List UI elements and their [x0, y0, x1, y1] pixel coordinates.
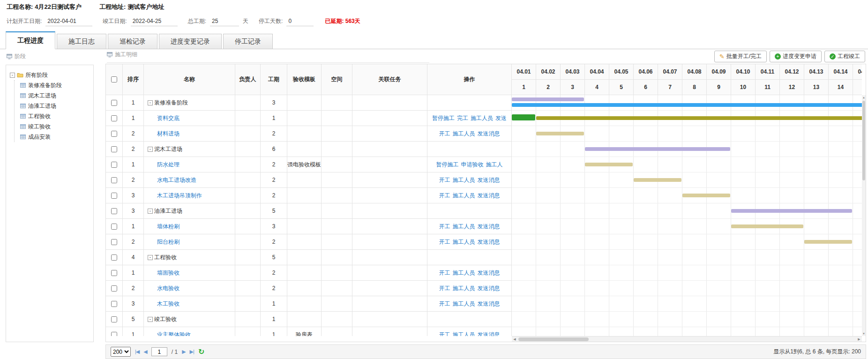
- action-link[interactable]: 施工人员: [453, 238, 475, 246]
- first-page-button[interactable]: |◀: [135, 349, 139, 355]
- action-link[interactable]: 施工人员: [453, 223, 475, 231]
- task-name-link[interactable]: 水电工进场改造: [157, 176, 196, 184]
- row-checkbox[interactable]: [111, 332, 117, 337]
- stage-item-2[interactable]: 油漆工进场: [20, 101, 90, 111]
- task-name-link[interactable]: 资料交底: [157, 114, 180, 122]
- action-link[interactable]: 发送消息: [478, 284, 500, 292]
- task-name-link[interactable]: 木工进场吊顶制作: [157, 192, 202, 200]
- prev-page-button[interactable]: ◀: [143, 349, 147, 355]
- action-link[interactable]: 发送消息: [478, 130, 500, 138]
- vertical-scrollbar-thumb[interactable]: [862, 101, 865, 180]
- horizontal-scrollbar[interactable]: ◀ ▶: [512, 336, 862, 342]
- action-link[interactable]: 暂停施工: [432, 114, 455, 122]
- horizontal-scrollbar-thumb[interactable]: [518, 337, 589, 341]
- action-link[interactable]: 施工人员: [453, 284, 475, 292]
- action-link[interactable]: 发送消息: [478, 238, 500, 246]
- task-name-link[interactable]: 阳台粉刷: [157, 238, 180, 246]
- row-checkbox[interactable]: [111, 146, 117, 152]
- collapse-icon[interactable]: -: [10, 73, 15, 78]
- row-checkbox[interactable]: [111, 254, 117, 261]
- action-link[interactable]: 施工人员: [453, 176, 475, 184]
- collapse-icon[interactable]: -: [148, 100, 153, 105]
- action-link[interactable]: 开工: [439, 176, 450, 184]
- collapse-icon[interactable]: -: [148, 209, 153, 214]
- action-link[interactable]: 施工人员: [453, 269, 475, 277]
- task-name-link[interactable]: 木工验收: [157, 300, 180, 308]
- action-link[interactable]: 发送消息: [478, 176, 500, 184]
- plan-start-input[interactable]: [45, 16, 92, 26]
- action-link[interactable]: 发送消息: [478, 331, 500, 337]
- row-checkbox[interactable]: [111, 100, 117, 106]
- row-checkbox[interactable]: [111, 115, 117, 121]
- project-completion-button[interactable]: ✓工程竣工: [824, 51, 865, 62]
- row-checkbox[interactable]: [111, 208, 117, 214]
- action-link[interactable]: 施工人员: [453, 300, 475, 308]
- task-name-link[interactable]: 墙面验收: [157, 269, 180, 277]
- scroll-down-icon[interactable]: ▼: [862, 331, 866, 336]
- vertical-scrollbar[interactable]: ▲ ▼: [862, 95, 866, 336]
- action-link[interactable]: 开工: [439, 130, 450, 138]
- tab-2[interactable]: 巡检记录: [108, 34, 157, 49]
- row-checkbox[interactable]: [111, 270, 117, 276]
- action-link[interactable]: 施工人: [486, 161, 503, 169]
- task-name-link[interactable]: 业主整体验收: [157, 331, 191, 337]
- stage-item-4[interactable]: 竣工验收: [20, 121, 90, 132]
- action-link[interactable]: 申请验收: [461, 161, 484, 169]
- stage-item-0[interactable]: 装修准备阶段: [20, 80, 90, 90]
- task-name-link[interactable]: 水电验收: [157, 284, 180, 292]
- task-name-link[interactable]: 墙体粉刷: [157, 223, 180, 231]
- scroll-right-icon[interactable]: ▶: [856, 337, 862, 342]
- row-checkbox[interactable]: [111, 224, 117, 230]
- scroll-up-icon[interactable]: ▲: [862, 95, 866, 100]
- scroll-left-icon[interactable]: ◀: [512, 337, 517, 342]
- select-all-checkbox[interactable]: [111, 76, 117, 82]
- tab-0[interactable]: 工程进度: [6, 31, 55, 49]
- tab-1[interactable]: 施工日志: [57, 34, 106, 49]
- action-link[interactable]: 发送消息: [478, 300, 500, 308]
- row-checkbox[interactable]: [111, 162, 117, 168]
- page-size-select[interactable]: 200: [111, 347, 131, 357]
- stage-item-5[interactable]: 成品安装: [20, 132, 90, 142]
- action-link[interactable]: 开工: [439, 192, 450, 200]
- row-checkbox[interactable]: [111, 239, 117, 245]
- action-link[interactable]: 开工: [439, 300, 450, 308]
- action-link[interactable]: 完工: [457, 114, 468, 122]
- stage-tree-root[interactable]: - 所有阶段: [10, 70, 90, 80]
- action-link[interactable]: 开工: [439, 238, 450, 246]
- action-link[interactable]: 开工: [439, 223, 450, 231]
- collapse-icon[interactable]: -: [148, 255, 153, 260]
- action-link[interactable]: 施工人员: [471, 114, 493, 122]
- finish-date-input[interactable]: [131, 16, 178, 26]
- row-checkbox[interactable]: [111, 177, 117, 183]
- action-link[interactable]: 施工人员: [453, 130, 475, 138]
- action-link[interactable]: 发送消息: [478, 192, 500, 200]
- action-link[interactable]: 施工人员: [453, 331, 475, 337]
- stage-item-3[interactable]: 工程验收: [20, 111, 90, 121]
- row-checkbox[interactable]: [111, 285, 117, 292]
- stage-item-1[interactable]: 泥木工进场: [20, 90, 90, 101]
- stop-days-input[interactable]: [286, 16, 314, 26]
- task-name-link[interactable]: 防水处理: [157, 161, 180, 169]
- next-page-button[interactable]: ▶: [182, 349, 185, 355]
- tab-4[interactable]: 停工记录: [223, 34, 273, 49]
- progress-change-request-button[interactable]: +进度变更申请: [770, 51, 822, 62]
- refresh-icon[interactable]: ↻: [198, 348, 204, 356]
- batch-start-complete-button[interactable]: ✎批量开工/完工: [714, 51, 767, 62]
- action-link[interactable]: 施工人员: [453, 192, 475, 200]
- row-checkbox[interactable]: [111, 193, 117, 199]
- collapse-icon[interactable]: -: [148, 147, 153, 152]
- action-link[interactable]: 暂停施工: [436, 161, 459, 169]
- action-link[interactable]: 开工: [439, 331, 450, 337]
- action-link[interactable]: 发送消息: [478, 269, 500, 277]
- last-page-button[interactable]: ▶|: [190, 349, 194, 355]
- task-name-link[interactable]: 材料进场: [157, 130, 180, 138]
- tab-3[interactable]: 进度变更记录: [159, 34, 222, 49]
- row-checkbox[interactable]: [111, 301, 117, 307]
- action-link[interactable]: 发送: [495, 114, 507, 122]
- action-link[interactable]: 开工: [439, 269, 450, 277]
- total-duration-input[interactable]: [210, 16, 239, 26]
- collapse-icon[interactable]: -: [148, 317, 153, 322]
- action-link[interactable]: 发送消息: [478, 223, 500, 231]
- action-link[interactable]: 开工: [439, 284, 450, 292]
- page-number-input[interactable]: [151, 347, 167, 356]
